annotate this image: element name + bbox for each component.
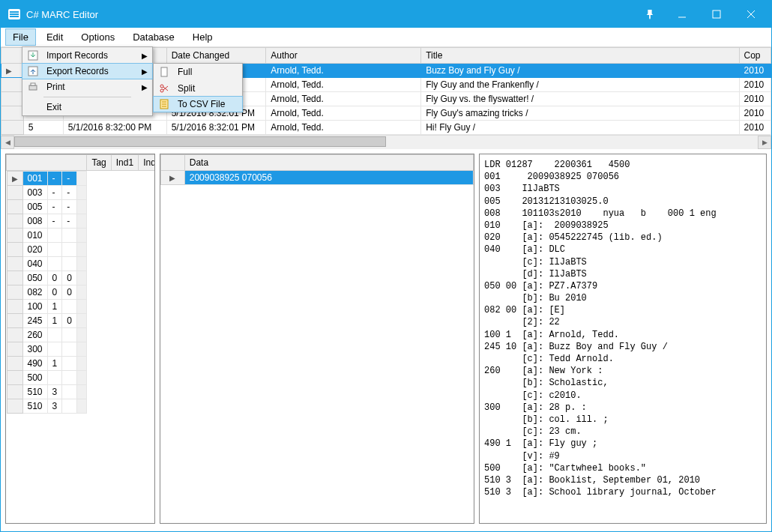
data-panel[interactable]: Data ▶2009038925 070056 — [160, 154, 474, 524]
scroll-track[interactable] — [14, 136, 758, 149]
table-row[interactable]: 260 — [7, 328, 86, 342]
export-submenu: Full Split To CSV File — [153, 63, 243, 112]
window-title: C# MARC Editor — [26, 9, 635, 20]
col-date-changed[interactable]: Date Changed — [166, 48, 266, 64]
table-row[interactable]: 1001 — [7, 300, 86, 314]
scroll-right-button[interactable]: ▶ — [758, 136, 771, 149]
col-ind2[interactable]: Ind2 — [139, 155, 155, 171]
table-row[interactable]: 005-- — [7, 200, 86, 214]
table-row[interactable]: 003-- — [7, 186, 86, 200]
pin-button[interactable] — [635, 9, 665, 19]
svg-point-9 — [160, 85, 163, 88]
col-tag[interactable]: Tag — [87, 155, 111, 171]
table-row[interactable]: 020 — [7, 243, 86, 257]
col-cop[interactable]: Cop — [739, 48, 771, 64]
panels: Tag Ind1 Ind2 ▶001--003--005--008--01002… — [1, 149, 771, 531]
table-row[interactable]: 5103 — [7, 385, 86, 399]
import-icon — [25, 50, 40, 61]
col-data[interactable]: Data — [184, 155, 473, 171]
csv-icon — [157, 99, 172, 109]
table-row[interactable]: 24510 — [7, 314, 86, 328]
tags-panel[interactable]: Tag Ind1 Ind2 ▶001--003--005--008--01002… — [5, 154, 155, 524]
submenu-full[interactable]: Full — [154, 64, 242, 80]
menu-separator — [43, 97, 131, 97]
row-header-blank — [1, 48, 24, 64]
menu-export-records[interactable]: Export Records ▶ — [22, 63, 153, 79]
table-row[interactable]: 08200 — [7, 285, 86, 300]
maximize-button[interactable] — [699, 1, 734, 28]
col-title[interactable]: Title — [421, 48, 739, 64]
rowhdr-blank — [161, 155, 185, 171]
marc-text: LDR 01287 2200361 4500 001 2009038925 07… — [480, 154, 766, 523]
menu-file[interactable]: File — [5, 28, 36, 46]
menubar: File Edit Options Database Help Import R… — [1, 28, 771, 47]
doc-icon — [157, 67, 172, 77]
col-author[interactable]: Author — [266, 48, 421, 64]
table-row[interactable]: 500 — [7, 371, 86, 385]
scroll-thumb[interactable] — [14, 136, 386, 147]
svg-rect-7 — [31, 83, 35, 85]
table-row[interactable]: 4901 — [7, 357, 86, 371]
svg-rect-8 — [161, 67, 167, 76]
content-area: Date Changed Author Title Cop ▶01 PMArno… — [1, 47, 771, 531]
close-button[interactable] — [734, 1, 768, 28]
marc-panel[interactable]: LDR 01287 2200361 4500 001 2009038925 07… — [479, 154, 767, 524]
app-icon — [8, 9, 20, 19]
svg-rect-1 — [713, 10, 720, 18]
table-row[interactable]: 5103 — [7, 399, 86, 414]
menu-exit[interactable]: Exit — [22, 99, 152, 115]
chevron-right-icon: ▶ — [142, 52, 148, 60]
table-row[interactable]: 008-- — [7, 214, 86, 229]
app-window: C# MARC Editor File Edit Options Databas… — [0, 0, 772, 532]
submenu-split[interactable]: Split — [154, 80, 242, 97]
menu-options[interactable]: Options — [73, 28, 122, 46]
scissors-icon — [157, 83, 172, 94]
menu-import-records[interactable]: Import Records ▶ — [22, 47, 152, 64]
menu-edit[interactable]: Edit — [39, 28, 70, 46]
table-row[interactable]: ▶2009038925 070056 — [161, 171, 474, 185]
chevron-right-icon: ▶ — [142, 67, 148, 76]
chevron-right-icon: ▶ — [142, 83, 148, 91]
export-icon — [25, 66, 40, 76]
horizontal-scrollbar[interactable]: ◀ ▶ — [1, 135, 771, 148]
table-row[interactable]: 040 — [7, 257, 86, 271]
table-row[interactable]: 55/1/2016 8:32:00 PM5/1/2016 8:32:01 PMA… — [1, 121, 771, 135]
menu-help[interactable]: Help — [185, 28, 220, 46]
table-row[interactable]: 010 — [7, 229, 86, 243]
col-ind1[interactable]: Ind1 — [111, 155, 138, 171]
print-icon — [25, 82, 40, 92]
table-row[interactable]: 300 — [7, 342, 86, 357]
titlebar: C# MARC Editor — [1, 1, 771, 28]
table-row[interactable]: ▶001-- — [7, 172, 86, 186]
svg-rect-6 — [29, 85, 37, 90]
menu-database[interactable]: Database — [125, 28, 182, 46]
scroll-left-button[interactable]: ◀ — [1, 136, 14, 149]
rowhdr-blank — [7, 155, 87, 171]
file-dropdown: Import Records ▶ Export Records ▶ Print … — [22, 46, 153, 116]
minimize-button[interactable] — [665, 1, 699, 28]
submenu-to-csv[interactable]: To CSV File — [153, 96, 243, 112]
table-row[interactable]: 05000 — [7, 271, 86, 285]
menu-print[interactable]: Print ▶ — [22, 79, 152, 95]
svg-point-10 — [160, 89, 163, 92]
